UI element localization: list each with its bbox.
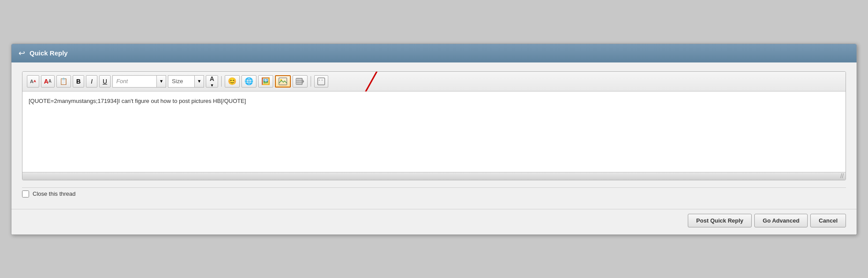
paste-image-button[interactable]: 📋 xyxy=(56,75,71,88)
dialog-body: A A A A 📋 B I xyxy=(11,62,857,209)
text-area-wrapper: [QUOTE=2manymustangs;171934]I can't figu… xyxy=(22,91,846,172)
video-button[interactable] xyxy=(293,75,308,88)
font-input[interactable] xyxy=(112,75,156,88)
dialog-container: ↩ Quick Reply A A A A 📋 xyxy=(11,44,857,235)
decrease-font-icon: A xyxy=(30,79,33,84)
quote-button[interactable]: " " xyxy=(314,75,328,88)
resize-bar[interactable]: // xyxy=(22,172,846,180)
underline-icon: U xyxy=(103,78,107,85)
emoji-button[interactable]: 😊 xyxy=(225,75,240,88)
close-thread-checkbox[interactable] xyxy=(22,190,29,198)
increase-font-icon: A xyxy=(44,78,48,85)
toolbar-separator-1 xyxy=(221,76,222,87)
paste-image-icon: 📋 xyxy=(59,77,68,85)
go-advanced-button[interactable]: Go Advanced xyxy=(754,214,808,227)
font-dropdown-button[interactable]: ▼ xyxy=(156,75,166,88)
emoji-icon: 😊 xyxy=(228,77,237,85)
bold-icon: B xyxy=(76,78,81,85)
toolbar-separator-2 xyxy=(311,76,311,87)
size-dropdown-button[interactable]: ▼ xyxy=(194,75,204,88)
resize-icon: // xyxy=(840,172,844,179)
bold-button[interactable]: B xyxy=(73,75,84,88)
underline-button[interactable]: U xyxy=(99,75,111,88)
back-icon[interactable]: ↩ xyxy=(19,48,25,58)
insert-image-button[interactable]: 🖼️ xyxy=(258,75,273,88)
editor-container: A A A A 📋 B I xyxy=(22,71,846,180)
link-button[interactable]: 🌐 xyxy=(241,75,256,88)
dialog-footer: Post Quick Reply Go Advanced Cancel xyxy=(11,209,857,234)
font-color-icon: A xyxy=(210,75,214,82)
post-quick-reply-button[interactable]: Post Quick Reply xyxy=(688,214,752,227)
insert-image-icon: 🖼️ xyxy=(261,77,270,85)
quote-icon: " " xyxy=(317,77,325,85)
picture-icon xyxy=(278,77,287,85)
increase-font-button[interactable]: A A xyxy=(41,75,55,88)
italic-icon: I xyxy=(91,78,93,85)
increase-font-sub-icon: A xyxy=(48,79,52,84)
svg-text:" ": " " xyxy=(319,79,323,84)
picture-button[interactable] xyxy=(275,75,291,88)
size-input[interactable] xyxy=(168,75,194,88)
editor-textarea[interactable]: [QUOTE=2manymustangs;171934]I can't figu… xyxy=(22,91,846,171)
cancel-button[interactable]: Cancel xyxy=(810,214,846,227)
font-selector: ▼ xyxy=(112,75,166,88)
font-color-button[interactable]: A ▼ xyxy=(206,75,218,88)
dialog-titlebar: ↩ Quick Reply xyxy=(11,44,857,62)
size-selector: ▼ xyxy=(168,75,204,88)
dropdown-arrow-icon: ▼ xyxy=(210,83,214,88)
italic-button[interactable]: I xyxy=(86,75,97,88)
toolbar: A A A A 📋 B I xyxy=(22,72,846,91)
close-thread-section: Close this thread xyxy=(22,187,846,200)
decrease-font-button[interactable]: A A xyxy=(27,75,39,88)
link-icon: 🌐 xyxy=(245,77,253,85)
video-icon xyxy=(296,77,304,85)
close-thread-label: Close this thread xyxy=(33,190,76,197)
decrease-font-sub-icon: A xyxy=(33,79,36,83)
dialog-title: Quick Reply xyxy=(30,49,68,57)
